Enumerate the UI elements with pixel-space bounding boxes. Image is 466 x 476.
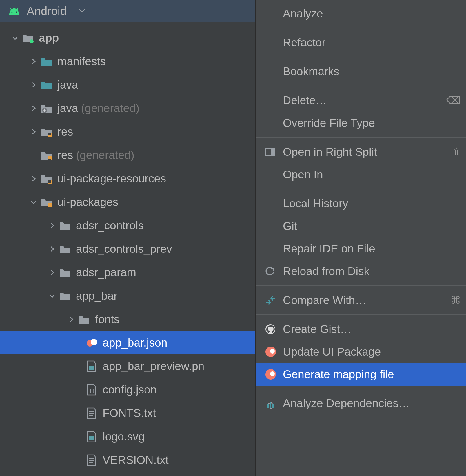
menu-label: Generate mapping file <box>283 368 394 381</box>
menu-label: Delete… <box>283 94 327 107</box>
relay-file-icon <box>85 337 99 349</box>
resource-folder-icon <box>39 150 53 160</box>
tree-item-version-txt[interactable]: VERSION.txt <box>0 448 255 472</box>
relay-icon <box>265 369 283 380</box>
tree-item-app[interactable]: app <box>0 26 255 50</box>
tree-item-manifests[interactable]: manifests <box>0 50 255 73</box>
folder-icon <box>77 314 91 324</box>
menu-item-open-right-split[interactable]: Open in Right Split ⇧ <box>256 141 466 163</box>
shortcut-icon: ⌫ <box>446 94 461 107</box>
dependencies-icon <box>265 398 283 409</box>
menu-item-generate-mapping-file[interactable]: Generate mapping file <box>256 363 466 386</box>
menu-label: Repair IDE on File <box>283 242 375 255</box>
svg-point-0 <box>11 11 13 13</box>
menu-separator <box>256 285 466 286</box>
menu-item-refactor[interactable]: Refactor <box>256 31 466 54</box>
project-tree[interactable]: app manifests java <box>0 22 255 476</box>
panel-header[interactable]: Android <box>0 0 255 22</box>
svg-rect-34 <box>271 148 275 156</box>
tree-item-app-bar[interactable]: app_bar <box>0 284 255 307</box>
tree-item-logo-svg[interactable]: logo.svg <box>0 425 255 448</box>
tree-item-adsr-controls[interactable]: adsr_controls <box>0 214 255 237</box>
menu-item-delete[interactable]: Delete… ⌫ <box>256 89 466 112</box>
menu-label: Analyze <box>283 7 323 20</box>
menu-item-local-history[interactable]: Local History <box>256 192 466 215</box>
menu-label: Override File Type <box>283 117 375 129</box>
menu-item-compare-with[interactable]: Compare With… ⌘ <box>256 289 466 312</box>
reload-icon <box>265 266 283 277</box>
menu-item-bookmarks[interactable]: Bookmarks <box>256 60 466 83</box>
tree-label: ui-packages <box>57 196 118 208</box>
svg-point-1 <box>16 11 17 13</box>
chevron-down-icon[interactable] <box>78 8 86 14</box>
tree-label: app_bar_preview.pn <box>103 360 204 373</box>
menu-item-open-in[interactable]: Open In <box>256 163 466 186</box>
android-icon <box>8 5 20 17</box>
tree-item-fonts-txt[interactable]: FONTS.txt <box>0 401 255 425</box>
menu-label: Refactor <box>283 36 325 49</box>
chevron-right-icon[interactable] <box>65 316 77 323</box>
tree-label: VERSION.txt <box>103 454 169 466</box>
generated-folder-icon <box>39 103 53 113</box>
relay-icon <box>265 346 283 358</box>
menu-item-reload-from-disk[interactable]: Reload from Disk <box>256 260 466 283</box>
svg-rect-44 <box>270 402 271 408</box>
tree-label: app <box>39 32 59 44</box>
svg-rect-43 <box>267 404 269 408</box>
resource-folder-icon <box>39 127 53 137</box>
chevron-right-icon[interactable] <box>28 81 39 88</box>
tree-label: logo.svg <box>103 430 145 443</box>
tree-item-java[interactable]: java <box>0 73 255 96</box>
json-file-icon: {} <box>85 384 99 396</box>
split-right-icon <box>265 148 283 156</box>
resource-folder-icon <box>39 174 53 184</box>
menu-item-git[interactable]: Git <box>256 215 466 237</box>
tree-item-ui-packages[interactable]: ui-packages <box>0 190 255 214</box>
tree-item-config-json[interactable]: {} config.json <box>0 378 255 401</box>
chevron-right-icon[interactable] <box>28 175 39 182</box>
tree-item-java-generated[interactable]: java (generated) <box>0 96 255 120</box>
chevron-right-icon[interactable] <box>28 58 39 65</box>
chevron-right-icon[interactable] <box>46 246 58 252</box>
folder-icon <box>58 221 72 230</box>
text-file-icon <box>85 407 99 419</box>
tree-item-res-generated[interactable]: res (generated) <box>0 143 255 167</box>
chevron-down-icon[interactable] <box>9 34 21 41</box>
text-file-icon <box>85 454 99 466</box>
chevron-right-icon[interactable] <box>46 222 58 229</box>
tree-item-adsr-param[interactable]: adsr_param <box>0 261 255 284</box>
menu-separator <box>256 389 466 389</box>
chevron-down-icon[interactable] <box>46 292 58 299</box>
chevron-right-icon[interactable] <box>28 128 39 135</box>
tree-label: manifests <box>57 55 106 68</box>
svg-rect-29 <box>89 436 94 440</box>
chevron-down-icon[interactable] <box>28 199 39 206</box>
svg-point-23 <box>91 339 97 345</box>
panel-title: Android <box>27 5 67 18</box>
tree-item-adsr-controls-prev[interactable]: adsr_controls_prev <box>0 237 255 261</box>
folder-icon <box>58 244 72 254</box>
menu-label: Reload from Disk <box>283 265 369 278</box>
tree-label: adsr_controls_prev <box>76 243 172 255</box>
tree-item-fonts[interactable]: fonts <box>0 307 255 331</box>
shortcut-icon: ⌘ <box>450 294 461 306</box>
tree-item-app-bar-preview[interactable]: app_bar_preview.pn <box>0 354 255 378</box>
chevron-right-icon[interactable] <box>46 269 58 276</box>
menu-item-analyze-dependencies[interactable]: Analyze Dependencies… <box>256 392 466 415</box>
menu-item-create-gist[interactable]: Create Gist… <box>256 318 466 340</box>
svg-point-38 <box>270 349 275 354</box>
menu-item-update-ui-package[interactable]: Update UI Package <box>256 340 466 363</box>
chevron-right-icon[interactable] <box>28 105 39 112</box>
menu-item-analyze[interactable]: Analyze <box>256 2 466 25</box>
menu-label: Open In <box>283 168 323 181</box>
shortcut-icon: ⇧ <box>452 146 461 158</box>
tree-label: ui-package-resources <box>57 172 166 185</box>
tree-label: config.json <box>103 383 156 396</box>
tree-item-ui-package-resources[interactable]: ui-package-resources <box>0 167 255 190</box>
menu-item-repair-ide[interactable]: Repair IDE on File <box>256 237 466 260</box>
menu-label: Analyze Dependencies… <box>283 397 410 410</box>
tree-item-res[interactable]: res <box>0 120 255 143</box>
tree-item-app-bar-json[interactable]: app_bar.json <box>0 331 255 354</box>
menu-item-override-file-type[interactable]: Override File Type <box>256 112 466 134</box>
menu-separator <box>256 314 466 315</box>
